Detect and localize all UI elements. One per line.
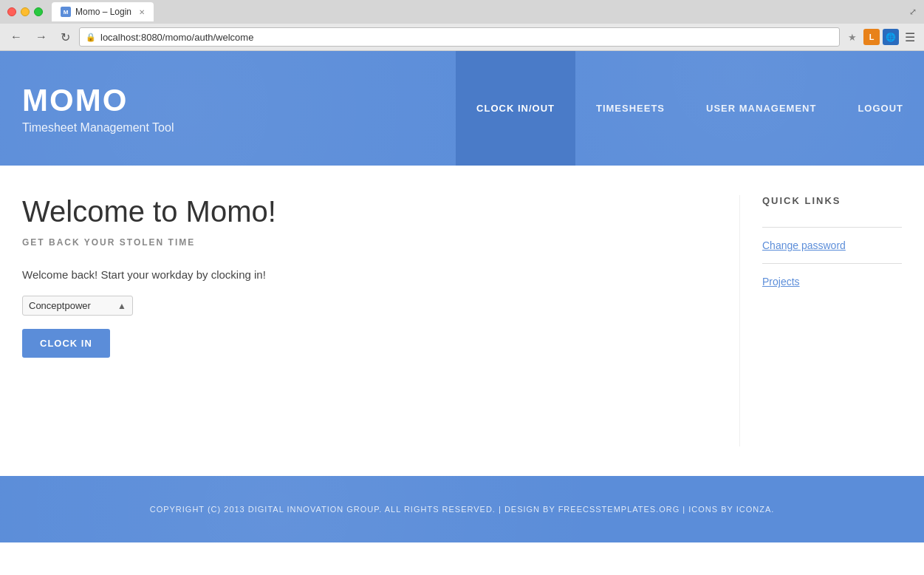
nav-item-logout[interactable]: LOGOUT	[837, 51, 924, 166]
header-brand: MOMO Timesheet Management Tool	[0, 51, 456, 166]
select-arrow-icon: ▲	[112, 297, 132, 315]
page-title: Welcome to Momo!	[22, 195, 710, 228]
reload-button[interactable]: ↻	[56, 29, 75, 46]
nav-item-clock-in-out[interactable]: CLOCK IN/OUT	[456, 51, 575, 166]
projects-link[interactable]: Projects	[762, 276, 902, 288]
site-header: MOMO Timesheet Management Tool CLOCK IN/…	[0, 51, 924, 166]
browser-toolbar: ← → ↻ 🔒 localhost:8080/momo/auth/welcome…	[0, 24, 924, 50]
tab-title: Momo – Login	[75, 7, 131, 17]
expand-icon[interactable]: ⤢	[909, 7, 917, 17]
quick-links-divider-2	[762, 263, 902, 264]
brand-subtitle: Timesheet Management Tool	[22, 121, 434, 135]
welcome-message: Welcome back! Start your workday by cloc…	[22, 268, 710, 281]
quick-links-title: QUICK LINKS	[762, 195, 902, 212]
forward-button[interactable]: →	[31, 29, 52, 45]
address-lock-icon: 🔒	[86, 33, 96, 42]
address-text: localhost:8080/momo/auth/welcome	[100, 32, 253, 43]
page-subtitle: GET BACK YOUR STOLEN TIME	[22, 237, 710, 248]
project-select-wrapper: Conceptpower ▲	[22, 296, 133, 316]
header-nav: CLOCK IN/OUT TIMESHEETS USER MANAGEMENT …	[456, 51, 924, 166]
browser-chrome: M Momo – Login ✕ ⤢ ← → ↻ 🔒 localhost:808…	[0, 0, 924, 51]
extension-icon-2[interactable]: 🌐	[883, 29, 899, 45]
nav-item-timesheets[interactable]: TIMESHEETS	[575, 51, 685, 166]
change-password-link[interactable]: Change password	[762, 239, 902, 251]
bookmark-icon[interactable]: ★	[844, 29, 860, 45]
toolbar-icons: ★ L 🌐 ☰	[844, 29, 918, 45]
menu-icon[interactable]: ☰	[902, 29, 918, 45]
footer-text: COPYRIGHT (C) 2013 DIGITAL INNOVATION GR…	[150, 505, 775, 514]
content-left: Welcome to Momo! GET BACK YOUR STOLEN TI…	[22, 195, 739, 446]
quick-links-divider	[762, 227, 902, 228]
clock-in-button[interactable]: CLOCK IN	[22, 329, 110, 358]
back-button[interactable]: ←	[6, 29, 27, 45]
minimize-dot[interactable]	[21, 7, 30, 16]
content-right: QUICK LINKS Change password Projects	[739, 195, 902, 446]
main-content: Welcome to Momo! GET BACK YOUR STOLEN TI…	[0, 166, 924, 476]
close-dot[interactable]	[7, 7, 16, 16]
tab-close-button[interactable]: ✕	[139, 8, 145, 16]
browser-tab: M Momo – Login ✕	[52, 2, 154, 21]
tab-favicon: M	[61, 7, 71, 17]
address-bar[interactable]: 🔒 localhost:8080/momo/auth/welcome	[79, 27, 840, 47]
maximize-dot[interactable]	[34, 7, 43, 16]
browser-titlebar: M Momo – Login ✕ ⤢	[0, 0, 924, 24]
site-footer: COPYRIGHT (C) 2013 DIGITAL INNOVATION GR…	[0, 476, 924, 542]
nav-item-user-management[interactable]: USER MANAGEMENT	[685, 51, 837, 166]
browser-controls	[7, 7, 43, 16]
extension-icon-1[interactable]: L	[863, 29, 880, 45]
project-select[interactable]: Conceptpower	[23, 296, 112, 315]
brand-title: MOMO	[22, 83, 434, 118]
